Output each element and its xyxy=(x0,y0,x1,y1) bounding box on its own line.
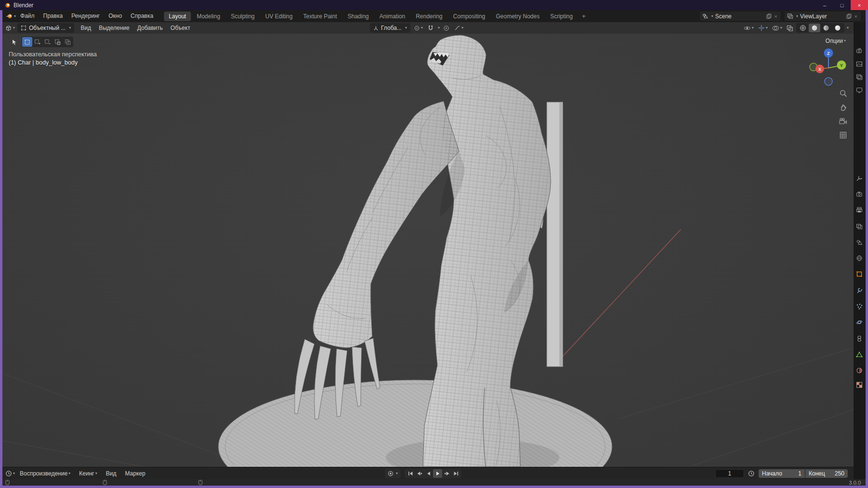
zoom-button[interactable] xyxy=(839,89,847,97)
display-icon[interactable] xyxy=(856,87,863,93)
frame-start-field[interactable]: Начало 1 xyxy=(759,469,805,478)
shading-solid-button[interactable] xyxy=(809,24,820,32)
pan-button[interactable] xyxy=(839,103,847,111)
workspace-tab-compositing[interactable]: Compositing xyxy=(448,12,490,21)
menu-window[interactable]: Окно xyxy=(104,10,126,22)
navigation-gizmo[interactable]: Z Y X xyxy=(808,48,849,88)
new-scene-icon[interactable] xyxy=(766,13,772,19)
tab-render-icon[interactable] xyxy=(856,191,863,198)
tab-modifiers-icon[interactable] xyxy=(856,287,863,294)
workspace-tab-rendering[interactable]: Rendering xyxy=(411,12,447,21)
tab-tool-icon[interactable] xyxy=(856,175,863,182)
tab-object-icon[interactable] xyxy=(856,271,863,277)
menu-help[interactable]: Справка xyxy=(126,10,158,22)
menu-file[interactable]: Файл xyxy=(16,10,39,22)
workspace-tab-uv-editing[interactable]: UV Editing xyxy=(260,12,298,21)
tab-particles-icon[interactable] xyxy=(856,303,863,310)
record-icon[interactable] xyxy=(388,471,393,476)
workspace-tab-animation[interactable]: Animation xyxy=(375,12,410,21)
menu-edit[interactable]: Правка xyxy=(39,10,68,22)
tab-object-data-icon[interactable] xyxy=(856,351,863,358)
timeline-view-menu[interactable]: Вид xyxy=(102,470,120,477)
blender-menu-logo-icon[interactable] xyxy=(5,13,13,19)
new-viewlayer-icon[interactable] xyxy=(846,13,852,19)
menu-select[interactable]: Выделение xyxy=(95,25,134,31)
shading-wireframe-button[interactable] xyxy=(797,24,809,32)
tab-physics-icon[interactable] xyxy=(856,319,863,326)
proportional-editing-button[interactable] xyxy=(442,23,451,33)
scene-selector[interactable]: ▾ Scene × xyxy=(700,12,781,21)
play-button[interactable] xyxy=(433,469,442,478)
current-frame-field[interactable]: 1 xyxy=(715,469,744,478)
minimize-button[interactable]: – xyxy=(816,0,833,10)
workspace-tab-layout[interactable]: Layout xyxy=(164,12,191,21)
tab-scene-icon[interactable] xyxy=(856,239,863,246)
menu-object[interactable]: Объект xyxy=(167,25,194,31)
show-gizmo-button[interactable]: ▾ xyxy=(757,23,769,33)
workspace-tab-geometry-nodes[interactable]: Geometry Nodes xyxy=(491,12,544,21)
workspace-tab-texture-paint[interactable]: Texture Paint xyxy=(298,12,342,21)
transform-orientation-selector[interactable]: Глоба... ▾ xyxy=(370,23,410,33)
unlink-scene-button[interactable]: × xyxy=(773,13,778,19)
camera-view-button[interactable] xyxy=(839,117,847,125)
tab-output-icon[interactable] xyxy=(856,207,863,213)
play-reverse-button[interactable] xyxy=(424,469,433,478)
menu-render[interactable]: Рендеринг xyxy=(67,10,104,22)
select-mode-intersect-button[interactable] xyxy=(63,37,73,47)
falloff-button[interactable]: ▾ xyxy=(453,23,465,33)
object-visibility-button[interactable]: ▾ xyxy=(742,23,755,33)
image-stack-icon[interactable] xyxy=(856,74,863,80)
workspace-tab-scripting[interactable]: Scripting xyxy=(545,12,578,21)
select-mode-invert-button[interactable] xyxy=(53,37,63,47)
maximize-button[interactable]: □ xyxy=(833,0,851,10)
mode-selector[interactable]: Объектный ... ▾ xyxy=(17,23,74,33)
tab-viewlayer-icon[interactable] xyxy=(856,223,863,230)
tab-constraints-icon[interactable] xyxy=(856,335,863,342)
plank-object[interactable] xyxy=(547,102,563,367)
select-mode-subtract-button[interactable] xyxy=(42,37,53,47)
timeline-editor-type-button[interactable]: ▾ xyxy=(5,470,15,477)
platform-object[interactable] xyxy=(218,380,612,467)
tab-texture-icon[interactable] xyxy=(856,382,863,388)
close-button[interactable]: × xyxy=(851,0,868,10)
render-image-icon[interactable] xyxy=(856,61,863,67)
marker-menu[interactable]: Маркер xyxy=(121,470,149,477)
snap-chevron-icon[interactable]: ▾ xyxy=(438,26,440,30)
workspace-tab-shading[interactable]: Shading xyxy=(343,12,374,21)
tool-options-button[interactable]: Опции ▾ xyxy=(826,38,846,44)
workspace-tab-modeling[interactable]: Modeling xyxy=(192,12,225,21)
jump-to-start-button[interactable] xyxy=(406,469,415,478)
menu-add[interactable]: Добавить xyxy=(134,25,167,31)
menu-view[interactable]: Вид xyxy=(77,25,95,31)
next-keyframe-button[interactable] xyxy=(442,469,451,478)
playback-menu[interactable]: Воспроизведение ▾ xyxy=(16,470,74,477)
shading-chevron-icon[interactable]: ▾ xyxy=(847,26,849,30)
use-preview-range-icon[interactable] xyxy=(748,470,755,477)
shading-rendered-button[interactable] xyxy=(832,24,843,32)
wireframe-shading-icon xyxy=(800,25,806,31)
xray-toggle-button[interactable] xyxy=(785,23,795,33)
tab-world-icon[interactable] xyxy=(856,255,863,262)
select-mode-extend-button[interactable] xyxy=(32,37,42,47)
select-mode-new-button[interactable] xyxy=(22,37,32,47)
viewlayer-selector[interactable]: ▾ ViewLayer × xyxy=(785,12,861,21)
editor-type-button[interactable]: ▾ xyxy=(5,25,15,32)
workspace-tab-sculpting[interactable]: Sculpting xyxy=(226,12,259,21)
snap-pivot-button[interactable]: ▾ xyxy=(412,23,424,33)
jump-to-end-button[interactable] xyxy=(451,469,461,478)
frame-end-field[interactable]: Конец 250 xyxy=(805,469,848,478)
show-overlays-button[interactable]: ▾ xyxy=(771,23,784,33)
prev-keyframe-button[interactable] xyxy=(415,469,424,478)
shading-material-button[interactable] xyxy=(820,24,832,32)
orthographic-toggle-button[interactable] xyxy=(839,131,847,139)
tab-material-icon[interactable] xyxy=(856,367,863,374)
add-workspace-button[interactable]: + xyxy=(578,13,590,20)
gizmo-axis-neg-z[interactable] xyxy=(825,78,832,85)
camera-icon[interactable] xyxy=(856,47,863,54)
remove-viewlayer-button[interactable]: × xyxy=(854,13,858,19)
keying-menu[interactable]: Кеинг ▾ xyxy=(75,470,101,477)
viewport-canvas[interactable] xyxy=(2,34,854,467)
active-tool-button[interactable] xyxy=(9,37,19,47)
snap-toggle-button[interactable] xyxy=(426,23,435,33)
scene-browse-chevron-icon: ▾ xyxy=(711,14,713,18)
